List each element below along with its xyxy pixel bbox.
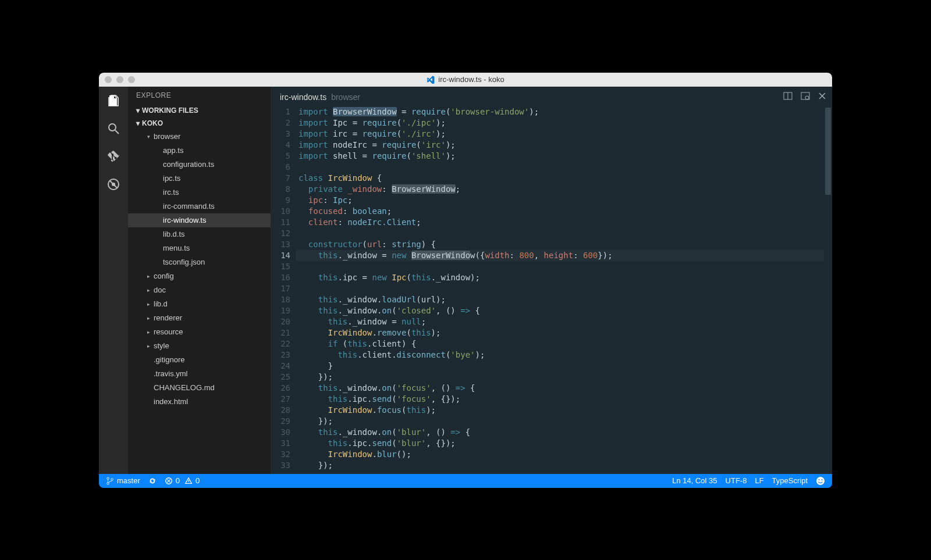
svg-point-8 [805,96,809,99]
warnings-count[interactable]: 0 [184,476,200,485]
code-line[interactable]: }); [296,372,824,383]
code-line[interactable] [296,283,824,294]
file-tree[interactable]: ▾browserapp.tsconfiguration.tsipc.tsirc.… [128,130,271,474]
tab[interactable]: irc-window.ts browser [280,92,360,102]
folder-item[interactable]: ▸doc [128,283,271,297]
explorer-title: EXPLORE [128,87,271,104]
branch-label: master [117,476,140,485]
code-line[interactable]: this.ipc.send('blur', {}); [296,438,824,449]
svg-point-12 [107,482,109,484]
sync-icon[interactable] [148,477,157,485]
code-line[interactable]: this._window = new BrowserWindow({width:… [296,250,824,261]
file-item[interactable]: menu.ts [128,241,271,255]
svg-line-1 [115,130,119,134]
code-area[interactable]: 1234567891011121314151617181920212223242… [271,104,832,474]
code-line[interactable]: focused: boolean; [296,206,824,217]
tree-item-label: .travis.yml [154,369,188,378]
code-line[interactable] [296,228,824,239]
code-line[interactable]: import nodeIrc = require('irc'); [296,140,824,151]
code-line[interactable]: }); [296,460,824,471]
code-line[interactable]: ipc: Ipc; [296,195,824,206]
file-item[interactable]: CHANGELOG.md [128,381,271,395]
scrollbar-thumb[interactable] [825,108,831,195]
svg-point-20 [822,479,823,480]
file-item[interactable]: tsconfig.json [128,255,271,269]
working-files-header[interactable]: ▾ WORKING FILES [128,104,271,117]
file-item[interactable]: ipc.ts [128,172,271,186]
encoding[interactable]: UTF-8 [726,476,747,485]
code-line[interactable]: }); [296,416,824,427]
code-line[interactable]: this._window.on('blur', () => { [296,427,824,438]
tree-item-label: ipc.ts [163,174,180,183]
cursor-position[interactable]: Ln 14, Col 35 [672,476,717,485]
language-mode[interactable]: TypeScript [772,476,808,485]
chevron-icon: ▸ [145,343,151,349]
tree-item-label: irc.ts [163,188,179,197]
svg-point-18 [816,477,825,485]
git-icon[interactable] [105,148,122,165]
code-content[interactable]: import BrowserWindow = require('browser-… [296,104,824,474]
code-line[interactable]: client: nodeIrc.Client; [296,217,824,228]
code-line[interactable]: this._window = null; [296,316,824,327]
code-line[interactable]: import irc = require('./irc'); [296,129,824,140]
folder-item[interactable]: ▸lib.d [128,297,271,311]
file-item[interactable]: irc-command.ts [128,199,271,213]
folder-item[interactable]: ▾browser [128,130,271,144]
errors-count[interactable]: 0 [165,476,180,485]
chevron-icon: ▸ [145,273,151,279]
code-line[interactable]: this._window.on('closed', () => { [296,305,824,316]
folder-item[interactable]: ▸config [128,269,271,283]
eol[interactable]: LF [755,476,763,485]
file-item[interactable]: configuration.ts [128,158,271,172]
git-branch[interactable]: master [106,476,140,485]
split-editor-icon[interactable] [783,91,793,103]
code-line[interactable]: } [296,361,824,372]
file-item[interactable]: .gitignore [128,353,271,367]
svg-point-19 [819,479,820,480]
code-line[interactable]: private _window: BrowserWindow; [296,184,824,195]
code-line[interactable]: IrcWindow.blur(); [296,449,824,460]
chevron-down-icon: ▾ [136,106,140,115]
code-line[interactable]: class IrcWindow { [296,173,824,184]
code-line[interactable]: import shell = require('shell'); [296,151,824,162]
code-line[interactable]: constructor(url: string) { [296,239,824,250]
window-title-text: irc-window.ts - koko [438,75,504,84]
code-line[interactable] [296,162,824,173]
code-line[interactable]: this.client.disconnect('bye'); [296,349,824,361]
open-preview-icon[interactable] [801,91,810,103]
svg-point-11 [107,477,109,479]
tree-item-label: menu.ts [163,244,190,252]
file-item[interactable]: lib.d.ts [128,227,271,241]
sidebar: EXPLORE ▾ WORKING FILES ▾ KOKO ▾browsera… [128,87,271,474]
tab-filename: irc-window.ts [280,92,326,102]
folder-item[interactable]: ▸resource [128,325,271,339]
vertical-scrollbar[interactable] [824,104,832,474]
folder-item[interactable]: ▸style [128,339,271,353]
code-line[interactable]: IrcWindow.remove(this); [296,327,824,338]
code-line[interactable]: import Ipc = require('./ipc'); [296,117,824,129]
close-icon[interactable] [818,92,826,102]
file-item[interactable]: .travis.yml [128,367,271,381]
code-line[interactable]: IrcWindow.focus(this); [296,405,824,416]
file-item[interactable]: irc.ts [128,186,271,199]
tree-item-label: tsconfig.json [163,258,205,266]
explorer-icon[interactable] [105,92,122,109]
window-title: irc-window.ts - koko [99,75,832,84]
file-item[interactable]: app.ts [128,144,271,158]
folder-item[interactable]: ▸renderer [128,311,271,325]
file-item[interactable]: index.html [128,395,271,409]
tree-item-label: style [154,341,169,350]
code-line[interactable]: this._window.loadUrl(url); [296,294,824,305]
code-line[interactable]: import BrowserWindow = require('browser-… [296,106,824,117]
code-line[interactable]: this._window.on('focus', () => { [296,383,824,394]
feedback-icon[interactable] [816,476,825,486]
project-header[interactable]: ▾ KOKO [128,117,271,130]
code-line[interactable]: this.ipc = new Ipc(this._window); [296,272,824,283]
file-item[interactable]: irc-window.ts [128,213,271,227]
code-line[interactable]: if (this.client) { [296,338,824,349]
activity-bar [99,87,128,474]
code-line[interactable]: this.ipc.send('focus', {}); [296,394,824,405]
debug-icon[interactable] [105,176,122,192]
code-line[interactable] [296,261,824,272]
search-icon[interactable] [105,120,122,137]
